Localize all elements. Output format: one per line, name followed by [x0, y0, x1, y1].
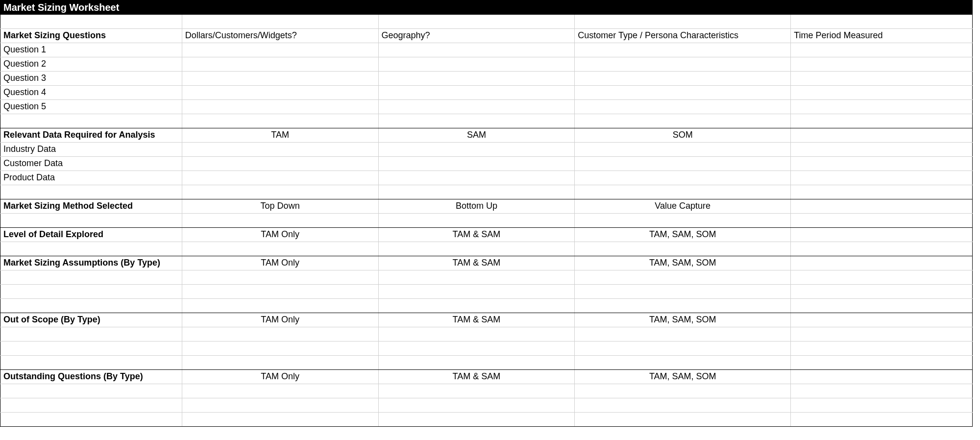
cell[interactable] — [182, 270, 378, 285]
cell[interactable] — [378, 384, 575, 398]
cell[interactable] — [182, 43, 378, 57]
cell[interactable] — [791, 57, 973, 72]
cell[interactable] — [182, 285, 378, 299]
cell[interactable] — [791, 86, 973, 100]
cell[interactable] — [378, 100, 575, 114]
title-row: Market Sizing Worksheet — [0, 0, 973, 15]
cell[interactable] — [378, 171, 575, 185]
assumptions-label: Market Sizing Assumptions (By Type) — [0, 256, 182, 270]
cell[interactable] — [378, 72, 575, 86]
questions-label: Market Sizing Questions — [0, 29, 182, 43]
cell[interactable] — [575, 327, 791, 342]
cell[interactable] — [182, 100, 378, 114]
cell[interactable] — [0, 342, 182, 356]
cell[interactable] — [791, 356, 973, 370]
cell[interactable] — [0, 285, 182, 299]
cell[interactable] — [378, 157, 575, 171]
cell[interactable] — [575, 398, 791, 413]
cell[interactable] — [575, 413, 791, 427]
cell[interactable] — [575, 171, 791, 185]
cell[interactable] — [0, 413, 182, 427]
cell[interactable] — [791, 299, 973, 313]
method-col-0: Top Down — [182, 199, 378, 214]
cell[interactable] — [182, 327, 378, 342]
cell[interactable] — [378, 356, 575, 370]
cell[interactable] — [0, 398, 182, 413]
cell[interactable] — [575, 72, 791, 86]
cell[interactable] — [0, 356, 182, 370]
cell[interactable] — [791, 342, 973, 356]
cell[interactable] — [575, 356, 791, 370]
cell[interactable] — [575, 299, 791, 313]
cell[interactable] — [182, 57, 378, 72]
cell[interactable] — [182, 171, 378, 185]
cell[interactable] — [182, 86, 378, 100]
cell[interactable] — [378, 285, 575, 299]
table-row — [0, 342, 973, 356]
detail-label: Level of Detail Explored — [0, 228, 182, 242]
cell[interactable] — [378, 413, 575, 427]
table-row: Customer Data — [0, 157, 973, 171]
cell[interactable] — [575, 57, 791, 72]
out-of-scope-col-3 — [791, 313, 973, 327]
cell[interactable] — [182, 143, 378, 157]
cell[interactable] — [378, 143, 575, 157]
cell[interactable] — [0, 384, 182, 398]
assumptions-col-0: TAM Only — [182, 256, 378, 270]
cell[interactable] — [791, 157, 973, 171]
cell[interactable] — [182, 384, 378, 398]
detail-col-1: TAM & SAM — [378, 228, 575, 242]
cell[interactable] — [0, 299, 182, 313]
cell[interactable] — [182, 398, 378, 413]
cell[interactable] — [791, 171, 973, 185]
outstanding-col-2: TAM, SAM, SOM — [575, 370, 791, 384]
cell[interactable] — [791, 384, 973, 398]
out-of-scope-label: Out of Scope (By Type) — [0, 313, 182, 327]
cell[interactable] — [575, 143, 791, 157]
cell[interactable] — [791, 285, 973, 299]
table-row: Question 5 — [0, 100, 973, 114]
table-row: Product Data — [0, 171, 973, 185]
cell[interactable] — [575, 285, 791, 299]
cell[interactable] — [575, 342, 791, 356]
cell[interactable] — [378, 299, 575, 313]
cell[interactable] — [378, 43, 575, 57]
method-label: Market Sizing Method Selected — [0, 199, 182, 214]
cell[interactable] — [0, 327, 182, 342]
cell[interactable] — [575, 43, 791, 57]
cell[interactable] — [791, 43, 973, 57]
cell[interactable] — [182, 157, 378, 171]
cell[interactable] — [182, 342, 378, 356]
cell[interactable] — [378, 342, 575, 356]
cell[interactable] — [791, 327, 973, 342]
cell[interactable] — [575, 100, 791, 114]
detail-header-row: Level of Detail Explored TAM Only TAM & … — [0, 228, 973, 242]
questions-col-3: Time Period Measured — [791, 29, 973, 43]
method-col-3 — [791, 199, 973, 214]
cell[interactable] — [378, 57, 575, 72]
cell[interactable] — [378, 86, 575, 100]
cell[interactable] — [182, 413, 378, 427]
cell[interactable] — [378, 270, 575, 285]
data-required-header-row: Relevant Data Required for Analysis TAM … — [0, 128, 973, 143]
cell[interactable] — [791, 270, 973, 285]
cell[interactable] — [575, 384, 791, 398]
cell[interactable] — [0, 270, 182, 285]
cell[interactable] — [575, 270, 791, 285]
question-row-label: Question 3 — [0, 72, 182, 86]
cell[interactable] — [378, 398, 575, 413]
cell[interactable] — [791, 413, 973, 427]
cell[interactable] — [575, 86, 791, 100]
cell[interactable] — [791, 100, 973, 114]
outstanding-col-1: TAM & SAM — [378, 370, 575, 384]
cell[interactable] — [575, 157, 791, 171]
cell[interactable] — [791, 72, 973, 86]
cell[interactable] — [791, 143, 973, 157]
cell[interactable] — [182, 356, 378, 370]
cell[interactable] — [182, 72, 378, 86]
detail-col-0: TAM Only — [182, 228, 378, 242]
method-header-row: Market Sizing Method Selected Top Down B… — [0, 199, 973, 214]
cell[interactable] — [182, 299, 378, 313]
cell[interactable] — [378, 327, 575, 342]
cell[interactable] — [791, 398, 973, 413]
